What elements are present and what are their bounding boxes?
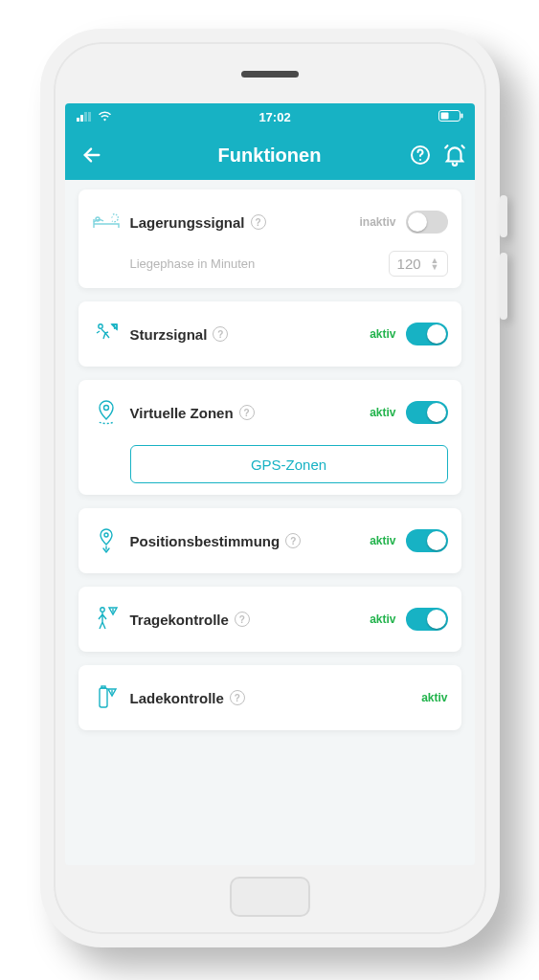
help-button[interactable]	[408, 143, 433, 167]
feature-card-zonen: Virtuelle Zonen ? aktiv GPS-Zonen	[79, 380, 461, 495]
status-badge: aktiv	[370, 327, 395, 341]
phone-speaker	[241, 71, 299, 78]
toggle-lagerung[interactable]	[406, 211, 448, 234]
status-badge: aktiv	[370, 612, 395, 626]
svg-point-15	[104, 533, 108, 537]
feature-title: Lagerungssignal	[130, 214, 245, 231]
battery-icon	[438, 110, 463, 124]
help-icon[interactable]: ?	[239, 405, 255, 420]
svg-rect-5	[440, 112, 448, 119]
feature-title: Ladekontrolle	[130, 690, 224, 706]
svg-point-14	[103, 406, 108, 411]
position-icon	[92, 520, 121, 562]
phone-side-button	[500, 195, 507, 237]
svg-rect-2	[84, 112, 87, 122]
svg-line-11	[461, 145, 463, 147]
svg-rect-6	[460, 113, 462, 118]
feature-title: Tragekontrolle	[130, 612, 229, 628]
feature-subtext: Liegephase in Minuten	[130, 256, 256, 271]
toggle-position[interactable]	[406, 529, 448, 552]
status-time: 17:02	[258, 110, 290, 124]
feature-title: Virtuelle Zonen	[130, 405, 234, 421]
person-wear-icon	[92, 598, 121, 640]
status-badge: aktiv	[421, 691, 447, 704]
help-icon[interactable]: ?	[251, 214, 266, 230]
phone-home-button	[230, 877, 310, 917]
svg-line-10	[445, 145, 447, 147]
app-screen: 17:02 Funktionen	[65, 103, 475, 865]
status-bar: 17:02	[65, 103, 475, 130]
feature-card-sturz: Sturzsignal ? aktiv	[79, 301, 461, 367]
status-badge: aktiv	[370, 534, 395, 547]
feature-title: Positionsbestimmung	[130, 533, 281, 549]
status-badge: aktiv	[370, 406, 395, 419]
phone-mockup-frame: 17:02 Funktionen	[40, 29, 500, 947]
help-icon[interactable]: ?	[235, 612, 250, 627]
app-header: Funktionen	[65, 130, 475, 180]
svg-point-9	[419, 159, 421, 161]
status-badge: inaktiv	[359, 215, 395, 229]
help-icon[interactable]: ?	[230, 690, 245, 705]
bed-icon	[92, 201, 121, 243]
stepper-value: 120	[397, 256, 421, 272]
location-pin-icon	[92, 391, 121, 434]
minutes-stepper[interactable]: 120 ▲▼	[389, 251, 448, 277]
svg-rect-0	[77, 118, 79, 122]
gps-zones-button[interactable]: GPS-Zonen	[130, 445, 448, 483]
svg-rect-18	[101, 686, 105, 688]
content-scroll[interactable]: Lagerungssignal ? inaktiv Liegephase in …	[65, 180, 475, 865]
alerts-button[interactable]	[442, 143, 467, 167]
svg-rect-3	[88, 112, 91, 122]
battery-device-icon	[92, 677, 121, 719]
fall-icon	[92, 313, 121, 355]
feature-card-trage: Tragekontrolle ? aktiv	[79, 587, 461, 652]
stepper-arrows-icon: ▲▼	[431, 257, 439, 271]
feature-card-position: Positionsbestimmung ? aktiv	[79, 508, 461, 573]
toggle-sturz[interactable]	[406, 323, 448, 345]
signal-icon	[77, 110, 92, 124]
svg-point-13	[98, 324, 101, 328]
help-icon[interactable]: ?	[285, 533, 301, 548]
feature-card-lade: Ladekontrolle ? aktiv	[79, 665, 461, 730]
help-icon[interactable]: ?	[213, 326, 228, 342]
toggle-zonen[interactable]	[406, 401, 448, 424]
toggle-trage[interactable]	[406, 608, 448, 631]
back-button[interactable]	[75, 138, 109, 172]
svg-point-16	[100, 608, 103, 612]
svg-rect-1	[80, 115, 83, 122]
wifi-icon	[98, 110, 112, 124]
svg-rect-17	[100, 688, 107, 707]
phone-side-button	[500, 253, 507, 320]
feature-title: Sturzsignal	[130, 326, 208, 343]
page-title: Funktionen	[218, 145, 322, 167]
feature-card-lagerung: Lagerungssignal ? inaktiv Liegephase in …	[79, 189, 461, 288]
